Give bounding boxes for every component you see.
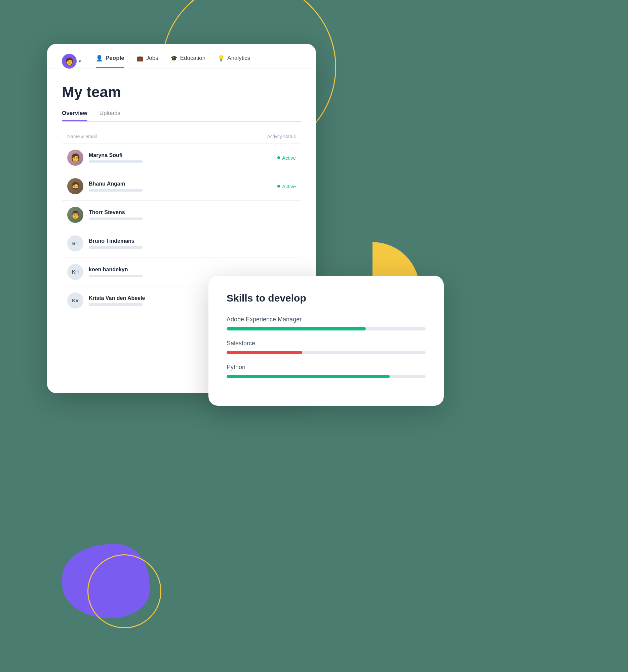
table-row[interactable]: BT Bruno Tindemans — [62, 229, 301, 258]
nav-label-jobs: Jobs — [146, 55, 158, 62]
nav-item-analytics[interactable]: 💡 Analytics — [218, 55, 250, 68]
skill-bar-fill-adobe — [226, 327, 366, 331]
logo-icon-circle: 🧑 — [62, 54, 77, 69]
person-info-thorr: 👨 Thorr Stevens — [67, 207, 143, 223]
nav-label-analytics: Analytics — [227, 55, 250, 62]
status-label-bhanu: Active — [282, 184, 296, 189]
person-name-maryna: Maryna Soufi — [89, 152, 143, 158]
person-info-koen: KH koen handekyn — [67, 264, 143, 280]
person-email-bar-koen — [89, 275, 143, 277]
page-title: My team — [62, 84, 301, 100]
nav-bar: 🧑 ▾ 👤 People 💼 Jobs 🎓 Education 💡 Analyt… — [47, 44, 316, 69]
person-name-koen: koen handekyn — [89, 267, 143, 273]
status-label-maryna: Active — [282, 155, 296, 161]
logo-person-icon: 🧑 — [65, 57, 74, 65]
logo-container[interactable]: 🧑 ▾ — [62, 54, 81, 69]
bg-circle-yellow-bottom — [88, 554, 161, 628]
nav-item-jobs[interactable]: 💼 Jobs — [137, 55, 158, 68]
bg-blob-purple — [62, 544, 150, 618]
skill-name-salesforce: Salesforce — [226, 340, 426, 347]
person-email-bar-maryna — [89, 160, 143, 163]
tab-overview-label: Overview — [62, 110, 88, 116]
skill-item-salesforce: Salesforce — [226, 340, 426, 354]
skills-card-title: Skills to develop — [226, 292, 426, 304]
col-status-header: Activity status — [267, 134, 296, 139]
person-name-thorr: Thorr Stevens — [89, 210, 143, 215]
nav-label-people: People — [105, 55, 124, 62]
analytics-nav-icon: 💡 — [218, 55, 224, 62]
people-nav-icon: 👤 — [96, 55, 103, 62]
person-email-bar-thorr — [89, 217, 143, 220]
skill-bar-bg-adobe — [226, 327, 426, 331]
person-details-koen: koen handekyn — [89, 267, 143, 277]
person-name-bhanu: Bhanu Angam — [89, 181, 143, 187]
avatar-maryna: 🧑 — [67, 150, 83, 166]
skill-bar-bg-salesforce — [226, 351, 426, 354]
tab-uploads[interactable]: Uploads — [99, 110, 120, 121]
logo-chevron-icon: ▾ — [79, 58, 81, 64]
avatar-bhanu: 🧔 — [67, 178, 83, 194]
skill-bar-fill-salesforce — [226, 351, 302, 354]
person-email-bar-bhanu — [89, 189, 143, 192]
tabs-container: Overview Uploads — [62, 110, 301, 122]
table-row[interactable]: 🧑 Maryna Soufi Active — [62, 143, 301, 172]
skill-name-adobe: Adobe Experience Manager — [226, 316, 426, 323]
person-name-krista: Krista Van den Abeele — [89, 295, 145, 301]
nav-item-education[interactable]: 🎓 Education — [170, 55, 206, 68]
avatar-thorr: 👨 — [67, 207, 83, 223]
skill-name-python: Python — [226, 364, 426, 371]
avatar-koen: KH — [67, 264, 83, 280]
person-info-bruno: BT Bruno Tindemans — [67, 235, 143, 251]
status-maryna: Active — [277, 155, 296, 161]
person-info-bhanu: 🧔 Bhanu Angam — [67, 178, 143, 194]
table-row[interactable]: 🧔 Bhanu Angam Active — [62, 172, 301, 200]
skill-bar-fill-python — [226, 375, 390, 378]
person-name-bruno: Bruno Tindemans — [89, 238, 143, 244]
col-name-header: Name & email — [67, 134, 97, 139]
person-info-maryna: 🧑 Maryna Soufi — [67, 150, 143, 166]
table-row[interactable]: 👨 Thorr Stevens — [62, 200, 301, 229]
avatar-krista: KV — [67, 292, 83, 309]
person-details-krista: Krista Van den Abeele — [89, 295, 145, 306]
person-info-krista: KV Krista Van den Abeele — [67, 292, 145, 309]
table-header: Name & email Activity status — [62, 131, 301, 143]
person-email-bar-krista — [89, 303, 143, 306]
nav-item-people[interactable]: 👤 People — [96, 55, 124, 68]
person-details-bhanu: Bhanu Angam — [89, 181, 143, 192]
skill-item-python: Python — [226, 364, 426, 378]
status-bhanu: Active — [277, 184, 296, 189]
status-dot-bhanu — [277, 185, 280, 188]
tab-overview[interactable]: Overview — [62, 110, 88, 121]
skill-bar-bg-python — [226, 375, 426, 378]
person-details-thorr: Thorr Stevens — [89, 210, 143, 220]
skills-card: Skills to develop Adobe Experience Manag… — [209, 275, 444, 406]
education-nav-icon: 🎓 — [170, 55, 177, 62]
skill-item-adobe: Adobe Experience Manager — [226, 316, 426, 331]
avatar-bruno: BT — [67, 235, 83, 251]
jobs-nav-icon: 💼 — [137, 55, 144, 62]
status-dot-maryna — [277, 156, 280, 159]
person-details-bruno: Bruno Tindemans — [89, 238, 143, 249]
tab-uploads-label: Uploads — [99, 110, 120, 116]
person-details-maryna: Maryna Soufi — [89, 152, 143, 163]
person-email-bar-bruno — [89, 246, 143, 249]
nav-label-education: Education — [180, 55, 206, 62]
